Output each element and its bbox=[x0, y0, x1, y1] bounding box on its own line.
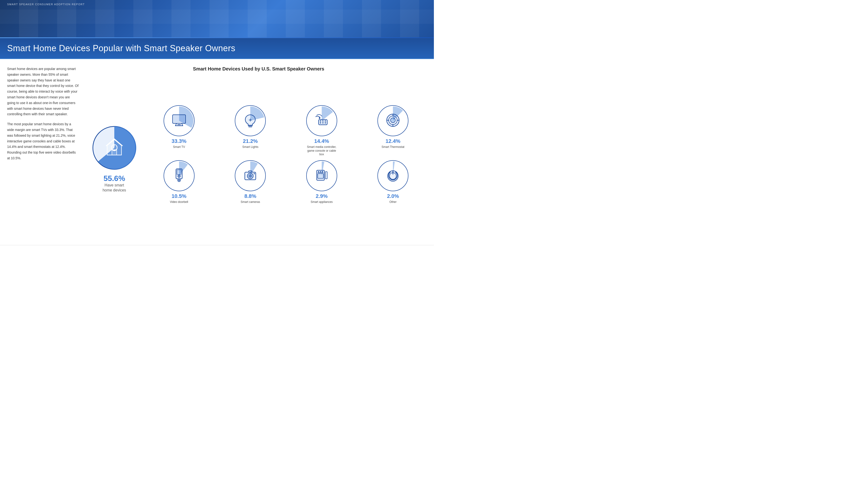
left-paragraph-2: The most popular smart home devices by a… bbox=[7, 121, 79, 161]
device-circle-5 bbox=[235, 160, 266, 191]
device-circle-4 bbox=[164, 160, 195, 191]
svg-rect-50 bbox=[325, 172, 327, 179]
voicebot-brand: voicebot.ai bbox=[203, 248, 277, 248]
svg-rect-7 bbox=[174, 115, 185, 122]
svg-rect-32 bbox=[177, 170, 181, 174]
device-icon-6 bbox=[313, 167, 330, 185]
device-item-4: 10.5%Video doorbell bbox=[145, 160, 213, 212]
device-circle-7 bbox=[377, 160, 408, 191]
footer: © VOICEBOT.AI · All Rights Reserved 2019… bbox=[0, 245, 434, 248]
svg-point-21 bbox=[322, 122, 323, 124]
device-item-6: 2.9%Smart appliances bbox=[288, 160, 356, 212]
big-pie-percentage: 55.6% bbox=[103, 174, 126, 183]
device-icon-4 bbox=[171, 167, 187, 185]
report-tag: SMART SPEAKER CONSUMER ADOPTION REPORT bbox=[7, 3, 85, 6]
device-percentage-0: 33.3% bbox=[172, 138, 186, 144]
device-percentage-6: 2.9% bbox=[316, 193, 328, 199]
device-circle-3 bbox=[377, 105, 408, 136]
device-item-0: 33.3%Smart TV bbox=[145, 105, 213, 156]
device-icon-5 bbox=[242, 167, 259, 185]
device-item-5: 8.8%Smart cameras bbox=[217, 160, 284, 212]
right-panel: Smart Home Devices Used by U.S. Smart Sp… bbox=[91, 66, 427, 240]
svg-rect-16 bbox=[319, 120, 327, 125]
device-percentage-4: 10.5% bbox=[172, 193, 186, 199]
svg-point-47 bbox=[318, 171, 319, 172]
svg-line-8 bbox=[175, 123, 176, 126]
device-percentage-5: 8.8% bbox=[244, 193, 256, 199]
device-item-1: 21.2%Smart Lights bbox=[217, 105, 284, 156]
device-name-6: Smart appliances bbox=[311, 200, 333, 204]
device-circle-2 bbox=[306, 105, 337, 136]
svg-point-41 bbox=[250, 175, 251, 177]
chart-title: Smart Home Devices Used by U.S. Smart Sp… bbox=[91, 66, 427, 72]
big-pie-chart bbox=[91, 124, 138, 172]
svg-point-19 bbox=[325, 121, 326, 122]
big-pie-label: 55.6% Have smart home devices bbox=[103, 174, 126, 193]
device-circle-0 bbox=[164, 105, 195, 136]
svg-point-18 bbox=[322, 121, 323, 122]
content-area: Smart home devices are popular among sma… bbox=[0, 59, 434, 245]
svg-rect-42 bbox=[249, 171, 252, 172]
device-circle-1 bbox=[235, 105, 266, 136]
device-name-4: Video doorbell bbox=[170, 200, 188, 204]
svg-line-9 bbox=[182, 123, 183, 126]
device-percentage-1: 21.2% bbox=[243, 138, 258, 144]
big-pie-container: 55.6% Have smart home devices bbox=[91, 124, 138, 193]
svg-point-26 bbox=[390, 118, 395, 123]
svg-point-34 bbox=[179, 176, 180, 177]
svg-point-22 bbox=[325, 122, 326, 124]
left-paragraph-1: Smart home devices are popular among sma… bbox=[7, 66, 79, 117]
device-icon-3 bbox=[385, 112, 401, 129]
device-name-5: Smart cameras bbox=[241, 200, 260, 204]
svg-point-20 bbox=[320, 122, 321, 124]
svg-point-49 bbox=[322, 171, 323, 172]
big-pie-sublabel: Have smart home devices bbox=[103, 183, 126, 193]
device-item-3: 12.4%Smart Thermostat bbox=[359, 105, 427, 156]
device-percentage-2: 14.4% bbox=[314, 138, 329, 144]
header-background: SMART SPEAKER CONSUMER ADOPTION REPORT bbox=[0, 0, 434, 38]
device-name-7: Other bbox=[389, 200, 397, 204]
device-icon-2 bbox=[313, 112, 330, 129]
device-name-1: Smart Lights bbox=[243, 145, 258, 149]
device-icon-7 bbox=[385, 167, 401, 185]
footer-center: voicebot.ai Source: Voicebot Smart Speak… bbox=[193, 247, 277, 248]
device-icon-1 bbox=[242, 112, 259, 129]
svg-rect-45 bbox=[318, 174, 323, 179]
voicebot-robot-icon bbox=[193, 247, 201, 248]
left-panel: Smart home devices are popular among sma… bbox=[7, 66, 83, 240]
device-name-3: Smart Thermostat bbox=[382, 145, 404, 149]
svg-point-23 bbox=[319, 118, 320, 119]
page-title: Smart Home Devices Popular with Smart Sp… bbox=[7, 43, 427, 53]
device-percentage-3: 12.4% bbox=[386, 138, 400, 144]
title-section: Smart Home Devices Popular with Smart Sp… bbox=[0, 38, 434, 59]
svg-rect-11 bbox=[177, 124, 181, 125]
device-percentage-7: 2.0% bbox=[387, 193, 399, 199]
device-name-2: Smart media controller, game console or … bbox=[305, 145, 338, 156]
device-item-2: 14.4%Smart media controller, game consol… bbox=[288, 105, 356, 156]
device-name-0: Smart TV bbox=[173, 145, 185, 149]
svg-point-43 bbox=[253, 173, 255, 174]
devices-grid: 33.3%Smart TV 21.2%Smart Lights bbox=[145, 105, 427, 212]
svg-point-17 bbox=[320, 121, 321, 122]
device-circle-6 bbox=[306, 160, 337, 191]
device-icon-0 bbox=[171, 112, 187, 129]
device-item-7: 2.0%Other bbox=[359, 160, 427, 212]
chart-area: 55.6% Have smart home devices bbox=[91, 76, 427, 240]
svg-point-48 bbox=[320, 171, 321, 172]
